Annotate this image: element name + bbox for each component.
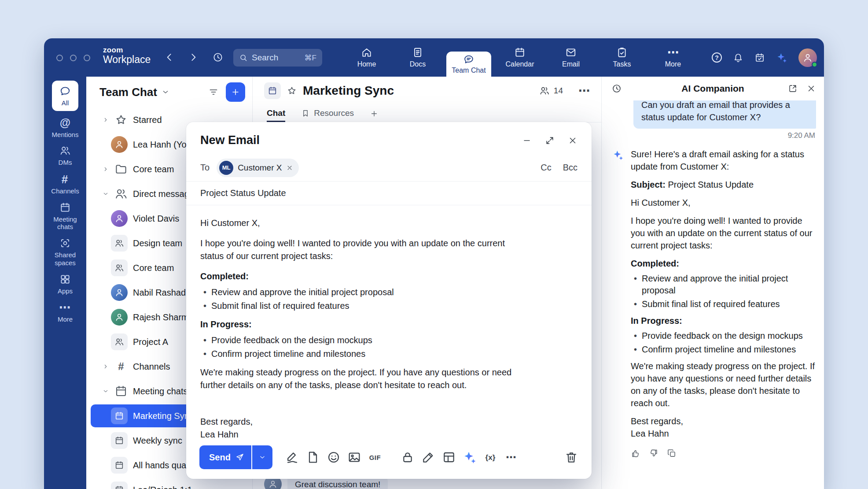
nav-team-chat[interactable]: Team Chat: [446, 52, 491, 77]
thumbs-up-icon[interactable]: [631, 448, 640, 458]
people-icon: [539, 85, 550, 96]
ai-sparkle-icon[interactable]: [776, 52, 787, 63]
close-icon[interactable]: [568, 136, 577, 145]
ai-panel-header: AI Companion: [602, 77, 824, 100]
plus-icon: [231, 87, 240, 97]
user-avatar[interactable]: [798, 48, 817, 67]
calendar-icon: [114, 460, 124, 470]
close-icon[interactable]: [806, 84, 816, 93]
copy-icon[interactable]: [667, 448, 677, 458]
variable-icon[interactable]: {x}: [483, 450, 497, 464]
notifications-bell-icon[interactable]: [733, 52, 743, 63]
cc-button[interactable]: Cc: [541, 163, 551, 173]
ai-sparkle-icon[interactable]: [463, 450, 477, 464]
nav-home[interactable]: Home: [344, 38, 389, 77]
history-icon[interactable]: [611, 83, 622, 94]
participants-count[interactable]: 14: [539, 85, 563, 96]
recipient-chip[interactable]: ML Customer X: [217, 159, 299, 177]
calendar-icon: [114, 485, 124, 489]
nav-more[interactable]: ⋯ More: [651, 38, 695, 77]
email-greeting: Hi Customer X,: [200, 217, 527, 230]
window-close-button[interactable]: [56, 55, 63, 61]
rail-channels[interactable]: # Channels: [46, 173, 85, 195]
in-progress-heading: In Progress:: [200, 318, 527, 331]
layout-icon[interactable]: [442, 450, 456, 464]
modal-header: New Email: [186, 122, 592, 154]
star-channel-icon[interactable]: [287, 85, 297, 96]
edit-icon[interactable]: [421, 450, 435, 464]
topbar: zoom Workplace Search ⌘F Home Docs Team …: [44, 38, 824, 77]
tab-resources[interactable]: Resources: [301, 108, 354, 122]
window-minimize-button[interactable]: [70, 55, 77, 61]
lock-icon[interactable]: [401, 450, 415, 464]
tab-add[interactable]: [370, 109, 379, 122]
ai-feedback-actions: [631, 448, 816, 458]
nav-calendar[interactable]: Calendar: [497, 38, 542, 77]
history-icon[interactable]: [212, 52, 224, 63]
nav-email[interactable]: Email: [548, 38, 593, 77]
nav-back-button[interactable]: [164, 52, 175, 63]
ai-conversation: Can you draft an email that provides a s…: [602, 100, 824, 489]
send-options-button[interactable]: [252, 445, 272, 469]
nav-forward-button[interactable]: [188, 52, 199, 63]
subject-field[interactable]: Project Status Update: [186, 182, 592, 205]
rail-apps[interactable]: Apps: [46, 274, 85, 295]
meeting-avatar: [111, 408, 128, 424]
channel-avatar[interactable]: [264, 82, 281, 99]
rail-mentions[interactable]: @ Mentions: [46, 117, 85, 139]
tasks-icon: [616, 47, 628, 58]
docs-icon: [412, 47, 423, 58]
chat-more-icon[interactable]: ⋯: [578, 85, 590, 96]
emoji-icon[interactable]: [327, 450, 341, 464]
sidebar-item-lea-rajesh-1-1[interactable]: Lea/Rajesh 1:1: [86, 478, 252, 489]
home-icon: [361, 47, 372, 58]
window-zoom-button[interactable]: [84, 55, 90, 61]
gif-icon[interactable]: GIF: [368, 450, 382, 464]
search-placeholder: Search: [252, 53, 278, 63]
send-button[interactable]: Send: [199, 445, 251, 469]
nav-docs[interactable]: Docs: [395, 38, 440, 77]
template-icon[interactable]: [306, 450, 320, 464]
nav-tasks[interactable]: Tasks: [600, 38, 644, 77]
open-in-new-icon[interactable]: [788, 84, 798, 93]
rail-more[interactable]: ⋯ More: [46, 301, 85, 323]
bcc-button[interactable]: Bcc: [563, 163, 577, 173]
image-icon[interactable]: [347, 450, 361, 464]
avatar: [111, 136, 128, 153]
search-input[interactable]: Search ⌘F: [233, 49, 322, 67]
hash-icon: #: [114, 360, 128, 373]
rail-shared-spaces[interactable]: Shared spaces: [46, 237, 85, 267]
to-field[interactable]: To ML Customer X Cc Bcc: [186, 154, 592, 182]
ai-response-intro: Sure! Here's a draft email asking for a …: [631, 148, 816, 173]
sidebar-title-dropdown[interactable]: Team Chat: [99, 85, 170, 99]
bullet-item: Provide feedback on the design mockups: [200, 334, 527, 346]
trash-icon[interactable]: [564, 450, 578, 464]
minimize-icon[interactable]: [522, 136, 532, 145]
completed-heading: Completed:: [200, 270, 527, 283]
add-button[interactable]: [226, 82, 245, 102]
user-prompt-bubble: Can you draft an email that provides a s…: [633, 100, 816, 129]
rail-all[interactable]: All: [52, 81, 78, 111]
primary-nav: Home Docs Team Chat Calendar Email Tasks: [344, 38, 695, 77]
chat-header: Marketing Sync 14 ⋯: [253, 77, 601, 105]
email-body-editor[interactable]: Hi Customer X, I hope you're doing well!…: [186, 205, 592, 445]
bullet-item: Confirm project timeline and milestones: [200, 348, 527, 360]
person-icon: [268, 479, 278, 489]
ai-response: Sure! Here's a draft email asking for a …: [612, 148, 816, 458]
tab-chat[interactable]: Chat: [267, 108, 285, 122]
zoom-workplace-window: zoom Workplace Search ⌘F Home Docs Team …: [44, 38, 824, 489]
calendar-icon: [114, 436, 124, 445]
more-options-icon[interactable]: ⋯: [504, 450, 518, 464]
signature-icon[interactable]: [285, 450, 299, 464]
help-icon[interactable]: ?: [712, 52, 722, 63]
rail-meeting-chats[interactable]: Meeting chats: [46, 202, 85, 231]
ai-signature: Lea Hahn: [631, 427, 816, 440]
thumbs-down-icon[interactable]: [649, 448, 658, 458]
remove-recipient-icon[interactable]: [286, 164, 293, 171]
filter-icon[interactable]: [208, 87, 219, 97]
expand-icon[interactable]: [545, 136, 555, 145]
topbar-right: ?: [712, 38, 817, 77]
rail-dms[interactable]: DMs: [46, 145, 85, 167]
calendar-check-icon[interactable]: [754, 52, 765, 63]
page-title: Marketing Sync: [303, 84, 394, 98]
